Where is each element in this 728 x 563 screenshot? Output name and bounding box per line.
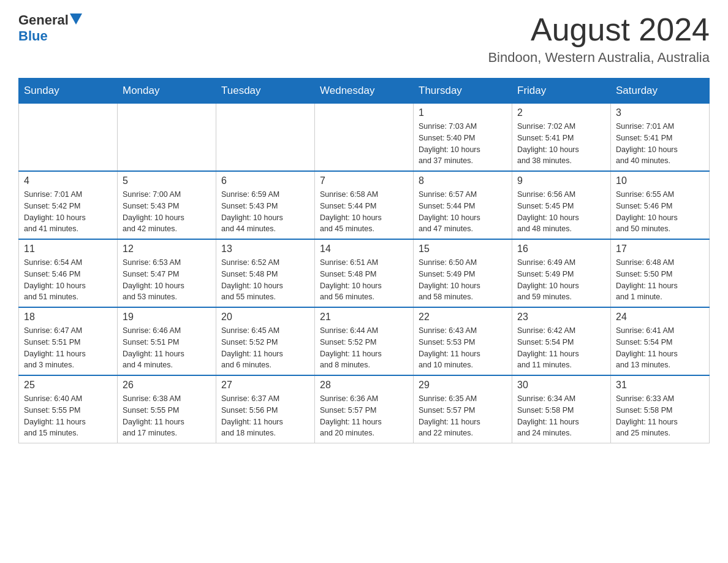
calendar-cell-w3-d6: 16Sunrise: 6:49 AM Sunset: 5:49 PM Dayli… (512, 239, 611, 307)
day-number: 4 (24, 175, 112, 186)
day-number: 14 (320, 243, 408, 255)
day-number: 16 (517, 243, 605, 255)
calendar-cell-w4-d6: 23Sunrise: 6:42 AM Sunset: 5:54 PM Dayli… (512, 307, 611, 375)
day-info: Sunrise: 6:57 AM Sunset: 5:44 PM Dayligh… (419, 189, 507, 235)
day-number: 11 (24, 243, 112, 255)
day-info: Sunrise: 6:48 AM Sunset: 5:50 PM Dayligh… (616, 257, 704, 303)
day-number: 25 (24, 380, 112, 391)
calendar-cell-w3-d2: 12Sunrise: 6:53 AM Sunset: 5:47 PM Dayli… (118, 239, 216, 307)
calendar-cell-w1-d7: 3Sunrise: 7:01 AM Sunset: 5:41 PM Daylig… (611, 104, 710, 172)
logo: General Blue (18, 12, 82, 45)
calendar-cell-w5-d2: 26Sunrise: 6:38 AM Sunset: 5:55 PM Dayli… (118, 375, 216, 443)
calendar-cell-w4-d5: 22Sunrise: 6:43 AM Sunset: 5:53 PM Dayli… (414, 307, 512, 375)
month-year-title: August 2024 (488, 12, 710, 47)
calendar-cell-w3-d3: 13Sunrise: 6:52 AM Sunset: 5:48 PM Dayli… (216, 239, 315, 307)
calendar-cell-w4-d4: 21Sunrise: 6:44 AM Sunset: 5:52 PM Dayli… (315, 307, 414, 375)
day-number: 10 (616, 175, 704, 186)
calendar-cell-w3-d4: 14Sunrise: 6:51 AM Sunset: 5:48 PM Dayli… (315, 239, 414, 307)
calendar-cell-w2-d4: 7Sunrise: 6:58 AM Sunset: 5:44 PM Daylig… (315, 171, 414, 239)
location-subtitle: Bindoon, Western Australia, Australia (488, 50, 710, 66)
logo-blue: Blue (18, 28, 82, 44)
day-info: Sunrise: 6:53 AM Sunset: 5:47 PM Dayligh… (123, 257, 211, 303)
day-number: 30 (517, 380, 605, 391)
header-sunday: Sunday (19, 79, 118, 104)
calendar-cell-w1-d1 (19, 104, 118, 172)
day-info: Sunrise: 6:47 AM Sunset: 5:51 PM Dayligh… (24, 325, 112, 371)
logo-general: General (18, 12, 69, 28)
day-number: 9 (517, 175, 605, 186)
day-number: 19 (123, 312, 211, 323)
header-friday: Friday (512, 79, 611, 104)
calendar-cell-w2-d2: 5Sunrise: 7:00 AM Sunset: 5:43 PM Daylig… (118, 171, 216, 239)
calendar-cell-w4-d2: 19Sunrise: 6:46 AM Sunset: 5:51 PM Dayli… (118, 307, 216, 375)
calendar-cell-w5-d6: 30Sunrise: 6:34 AM Sunset: 5:58 PM Dayli… (512, 375, 611, 443)
calendar-cell-w2-d1: 4Sunrise: 7:01 AM Sunset: 5:42 PM Daylig… (19, 171, 118, 239)
calendar-cell-w3-d1: 11Sunrise: 6:54 AM Sunset: 5:46 PM Dayli… (19, 239, 118, 307)
day-number: 3 (616, 107, 704, 118)
header-thursday: Thursday (414, 79, 512, 104)
header-wednesday: Wednesday (315, 79, 414, 104)
day-info: Sunrise: 7:02 AM Sunset: 5:41 PM Dayligh… (517, 121, 605, 167)
day-info: Sunrise: 6:43 AM Sunset: 5:53 PM Dayligh… (419, 325, 507, 371)
day-info: Sunrise: 6:41 AM Sunset: 5:54 PM Dayligh… (616, 325, 704, 371)
day-info: Sunrise: 6:38 AM Sunset: 5:55 PM Dayligh… (123, 393, 211, 439)
day-number: 21 (320, 312, 408, 323)
calendar-table: Sunday Monday Tuesday Wednesday Thursday… (18, 78, 710, 443)
day-number: 24 (616, 312, 704, 323)
day-number: 13 (221, 243, 309, 255)
day-info: Sunrise: 6:44 AM Sunset: 5:52 PM Dayligh… (320, 325, 408, 371)
day-info: Sunrise: 6:56 AM Sunset: 5:45 PM Dayligh… (517, 189, 605, 235)
calendar-cell-w5-d7: 31Sunrise: 6:33 AM Sunset: 5:58 PM Dayli… (611, 375, 710, 443)
day-info: Sunrise: 6:36 AM Sunset: 5:57 PM Dayligh… (320, 393, 408, 439)
day-number: 17 (616, 243, 704, 255)
day-number: 18 (24, 312, 112, 323)
calendar-cell-w4-d3: 20Sunrise: 6:45 AM Sunset: 5:52 PM Dayli… (216, 307, 315, 375)
calendar-cell-w2-d6: 9Sunrise: 6:56 AM Sunset: 5:45 PM Daylig… (512, 171, 611, 239)
day-number: 15 (419, 243, 507, 255)
day-number: 6 (221, 175, 309, 186)
calendar-cell-w2-d7: 10Sunrise: 6:55 AM Sunset: 5:46 PM Dayli… (611, 171, 710, 239)
day-number: 7 (320, 175, 408, 186)
day-info: Sunrise: 6:54 AM Sunset: 5:46 PM Dayligh… (24, 257, 112, 303)
day-info: Sunrise: 7:00 AM Sunset: 5:43 PM Dayligh… (123, 189, 211, 235)
day-number: 31 (616, 380, 704, 391)
calendar-cell-w3-d5: 15Sunrise: 6:50 AM Sunset: 5:49 PM Dayli… (414, 239, 512, 307)
day-info: Sunrise: 6:50 AM Sunset: 5:49 PM Dayligh… (419, 257, 507, 303)
day-info: Sunrise: 6:55 AM Sunset: 5:46 PM Dayligh… (616, 189, 704, 235)
calendar-cell-w4-d7: 24Sunrise: 6:41 AM Sunset: 5:54 PM Dayli… (611, 307, 710, 375)
calendar-cell-w1-d5: 1Sunrise: 7:03 AM Sunset: 5:40 PM Daylig… (414, 104, 512, 172)
header-tuesday: Tuesday (216, 79, 315, 104)
day-info: Sunrise: 6:35 AM Sunset: 5:57 PM Dayligh… (419, 393, 507, 439)
calendar-cell-w1-d2 (118, 104, 216, 172)
calendar-cell-w3-d7: 17Sunrise: 6:48 AM Sunset: 5:50 PM Dayli… (611, 239, 710, 307)
day-number: 2 (517, 107, 605, 118)
calendar-cell-w1-d3 (216, 104, 315, 172)
day-number: 12 (123, 243, 211, 255)
calendar-cell-w2-d3: 6Sunrise: 6:59 AM Sunset: 5:43 PM Daylig… (216, 171, 315, 239)
calendar-cell-w5-d4: 28Sunrise: 6:36 AM Sunset: 5:57 PM Dayli… (315, 375, 414, 443)
day-info: Sunrise: 6:37 AM Sunset: 5:56 PM Dayligh… (221, 393, 309, 439)
day-info: Sunrise: 6:52 AM Sunset: 5:48 PM Dayligh… (221, 257, 309, 303)
day-info: Sunrise: 7:03 AM Sunset: 5:40 PM Dayligh… (419, 121, 507, 167)
calendar-cell-w5-d1: 25Sunrise: 6:40 AM Sunset: 5:55 PM Dayli… (19, 375, 118, 443)
calendar-cell-w5-d5: 29Sunrise: 6:35 AM Sunset: 5:57 PM Dayli… (414, 375, 512, 443)
calendar-cell-w5-d3: 27Sunrise: 6:37 AM Sunset: 5:56 PM Dayli… (216, 375, 315, 443)
day-number: 22 (419, 312, 507, 323)
day-info: Sunrise: 6:40 AM Sunset: 5:55 PM Dayligh… (24, 393, 112, 439)
day-info: Sunrise: 6:33 AM Sunset: 5:58 PM Dayligh… (616, 393, 704, 439)
calendar-cell-w1-d6: 2Sunrise: 7:02 AM Sunset: 5:41 PM Daylig… (512, 104, 611, 172)
title-section: August 2024 Bindoon, Western Australia, … (488, 12, 710, 66)
day-info: Sunrise: 6:45 AM Sunset: 5:52 PM Dayligh… (221, 325, 309, 371)
day-number: 26 (123, 380, 211, 391)
week-row-1: 1Sunrise: 7:03 AM Sunset: 5:40 PM Daylig… (19, 104, 710, 172)
day-info: Sunrise: 6:49 AM Sunset: 5:49 PM Dayligh… (517, 257, 605, 303)
week-row-3: 11Sunrise: 6:54 AM Sunset: 5:46 PM Dayli… (19, 239, 710, 307)
calendar-cell-w4-d1: 18Sunrise: 6:47 AM Sunset: 5:51 PM Dayli… (19, 307, 118, 375)
day-number: 5 (123, 175, 211, 186)
week-row-2: 4Sunrise: 7:01 AM Sunset: 5:42 PM Daylig… (19, 171, 710, 239)
day-info: Sunrise: 6:46 AM Sunset: 5:51 PM Dayligh… (123, 325, 211, 371)
day-info: Sunrise: 7:01 AM Sunset: 5:42 PM Dayligh… (24, 189, 112, 235)
week-row-5: 25Sunrise: 6:40 AM Sunset: 5:55 PM Dayli… (19, 375, 710, 443)
day-number: 1 (419, 107, 507, 118)
header-monday: Monday (118, 79, 216, 104)
